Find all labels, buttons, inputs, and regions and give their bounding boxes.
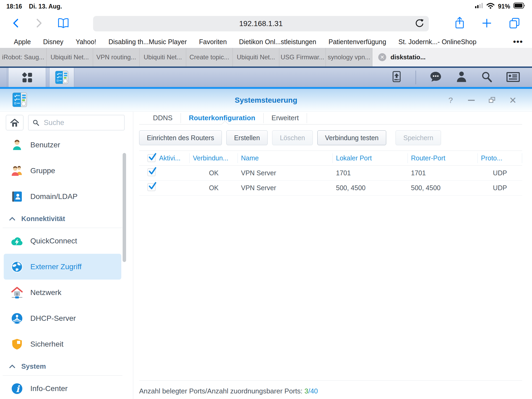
widgets-button[interactable] xyxy=(506,70,520,84)
column-header-aktiviert[interactable]: Aktivi... xyxy=(139,151,190,165)
chat-button[interactable] xyxy=(429,70,443,85)
tab-erweitert[interactable]: Erweitert xyxy=(264,112,307,124)
sidebar-scrollbar-thumb[interactable] xyxy=(123,153,126,262)
select-all-checkbox[interactable] xyxy=(148,154,155,162)
column-header-name[interactable]: Name xyxy=(238,151,333,165)
tab-routerkonfiguration[interactable]: Routerkonfiguration xyxy=(181,112,263,124)
browser-tab[interactable]: iRobot: Saug... xyxy=(0,48,47,66)
bookmark-item[interactable]: Disabling th...Music Player xyxy=(109,38,187,46)
new-tab-button[interactable] xyxy=(481,17,493,30)
delete-button[interactable]: Löschen xyxy=(272,130,313,145)
tabs-overview-button[interactable] xyxy=(508,17,521,31)
search-input[interactable] xyxy=(43,118,120,127)
taskbar-edge xyxy=(0,68,7,87)
help-button[interactable]: ? xyxy=(446,96,455,105)
share-button[interactable] xyxy=(454,16,466,31)
sidebar-item-externer-zugriff[interactable]: Externer Zugriff xyxy=(4,254,121,280)
column-header-label: Aktivi... xyxy=(159,154,181,162)
minimize-button[interactable] xyxy=(467,96,476,105)
sidebar-item-quickconnect[interactable]: QuickConnect xyxy=(4,228,121,254)
browser-tab[interactable]: Create topic... xyxy=(186,48,233,66)
control-panel-sidebar: Benutzer Gruppe Domain/LDAP Konnektivitä… xyxy=(0,112,133,399)
connection-status: OK xyxy=(190,169,238,177)
sidebar-item-gruppe[interactable]: Gruppe xyxy=(4,158,121,184)
router-port: 1701 xyxy=(408,169,478,177)
browser-tab[interactable]: synology vpn... xyxy=(326,48,372,66)
sidebar-item-netzwerk[interactable]: Netzwerk xyxy=(4,280,121,305)
tab-close-icon[interactable]: ✕ xyxy=(378,53,386,61)
tab-ddns[interactable]: DDNS xyxy=(145,112,181,124)
bookmark-item[interactable]: St. Jodernk...- OnlineShop xyxy=(398,38,476,46)
back-button[interactable] xyxy=(11,17,21,30)
bookmark-item[interactable]: Favoriten xyxy=(199,38,227,46)
column-header-verbindung[interactable]: Verbindun... xyxy=(190,151,238,165)
control-panel-window: Systemsteuerung ? ✕ xyxy=(0,89,532,399)
toolbar: Einrichten des Routers Erstellen Löschen… xyxy=(139,130,522,145)
table-row[interactable]: OK VPN Server 500, 4500 500, 4500 UDP xyxy=(139,181,522,196)
browser-tab[interactable]: VPN routing... xyxy=(93,48,140,66)
local-port: 1701 xyxy=(333,169,408,177)
browser-tab-active[interactable]: ✕ diskstatio... xyxy=(372,48,532,66)
row-checkbox-checked[interactable] xyxy=(148,183,155,191)
bookmark-item[interactable]: Apple xyxy=(14,38,31,46)
bookmarks-bar: Apple Disney Yahoo! Disabling th...Music… xyxy=(0,36,532,48)
search-icon xyxy=(32,118,40,127)
main-menu-button[interactable] xyxy=(8,68,46,87)
router-port: 500, 4500 xyxy=(408,184,478,192)
bookmark-item[interactable]: Disney xyxy=(43,38,63,46)
sidebar-item-domain-ldap[interactable]: Domain/LDAP xyxy=(4,184,121,209)
bookmarks-button[interactable] xyxy=(57,17,70,31)
bookmarks-more-button[interactable]: ••• xyxy=(513,37,523,46)
control-panel-taskbar-button[interactable] xyxy=(49,68,74,87)
search-button[interactable] xyxy=(480,70,493,85)
network-icon xyxy=(11,286,23,299)
sidebar-section-konnektivitaet[interactable]: Konnektivität xyxy=(0,209,122,228)
sidebar-item-dhcp-server[interactable]: DHCP-Server xyxy=(4,305,121,331)
domain-icon xyxy=(11,190,23,203)
cellular-signal-icon xyxy=(475,2,483,10)
test-connection-button[interactable]: Verbindung testen xyxy=(317,130,386,145)
sidebar-item-benutzer[interactable]: Benutzer xyxy=(4,132,121,158)
setup-router-button[interactable]: Einrichten des Routers xyxy=(139,130,222,145)
browser-tab[interactable]: USG Firmwar... xyxy=(279,48,326,66)
ports-summary-label: Anzahl belegter Ports/Anzahl zuordnungsb… xyxy=(139,387,304,395)
forward-button[interactable] xyxy=(34,17,44,30)
chevron-up-icon xyxy=(9,364,15,368)
home-button[interactable] xyxy=(6,115,23,130)
create-button[interactable]: Erstellen xyxy=(226,130,268,145)
url-field[interactable]: 192.168.1.31 xyxy=(93,16,429,31)
eject-device-button[interactable] xyxy=(390,70,403,85)
ios-status-bar: 18:16 Di. 13. Aug. 91% xyxy=(0,0,532,12)
browser-tab[interactable]: Ubiquiti Net... xyxy=(233,48,279,66)
router-config-pane: DDNS Routerkonfiguration Erweitert Einri… xyxy=(133,112,532,399)
status-date: Di. 13. Aug. xyxy=(29,3,62,10)
sidebar-item-info-center[interactable]: i Info-Center xyxy=(4,376,121,399)
close-button[interactable]: ✕ xyxy=(509,96,517,105)
browser-tab[interactable]: Ubiquiti Net... xyxy=(47,48,93,66)
safari-toolbar: 192.168.1.31 xyxy=(0,12,532,36)
bookmark-item[interactable]: Dietikon Onl...stleistungen xyxy=(239,38,316,46)
user-account-button[interactable] xyxy=(455,70,468,85)
reload-button[interactable] xyxy=(414,18,425,31)
window-title: Systemsteuerung xyxy=(235,96,297,105)
row-checkbox-checked[interactable] xyxy=(148,168,155,176)
table-row[interactable]: OK VPN Server 1701 1701 UDP xyxy=(139,166,522,181)
bookmark-item[interactable]: Yahoo! xyxy=(76,38,96,46)
column-header-router-port[interactable]: Router-Port xyxy=(408,151,478,165)
sidebar-item-sicherheit[interactable]: Sicherheit xyxy=(4,331,121,357)
column-header-protokoll[interactable]: Proto... xyxy=(478,151,522,165)
control-panel-tabs: DDNS Routerkonfiguration Erweitert xyxy=(145,112,522,124)
sidebar-item-label: Sicherheit xyxy=(30,340,64,348)
browser-tab[interactable]: Ubiquiti Net... xyxy=(140,48,186,66)
sidebar-item-label: Netzwerk xyxy=(30,288,61,297)
bookmark-item[interactable]: Patientenverfügung xyxy=(329,38,386,46)
quickconnect-icon xyxy=(11,235,23,247)
save-button[interactable]: Speichern xyxy=(396,130,441,145)
column-header-lokaler-port[interactable]: Lokaler Port xyxy=(333,151,408,165)
sidebar-section-system[interactable]: System xyxy=(0,357,122,376)
maximize-button[interactable] xyxy=(488,96,496,105)
sidebar-search[interactable] xyxy=(28,115,124,130)
browser-tab-label: diskstatio... xyxy=(390,53,426,61)
chevron-up-icon xyxy=(9,217,15,221)
sidebar-item-label: Domain/LDAP xyxy=(30,192,77,201)
